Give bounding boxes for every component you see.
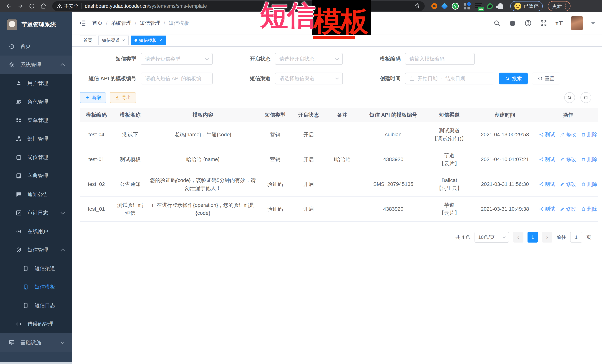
extension-grid-icon[interactable] [463,3,470,10]
sidebar-item-menus[interactable]: 菜单管理 [0,111,72,130]
reset-button[interactable]: 重置 [532,73,560,84]
sidebar-item-roles[interactable]: 角色管理 [0,93,72,111]
browser-menu-icon[interactable] [565,3,566,9]
sidebar-item-sms-log[interactable]: 短信日志 [0,296,72,315]
reload-icon[interactable] [27,1,37,11]
prev-page-button[interactable]: ‹ [513,232,523,242]
edit-link[interactable]: 修改 [560,180,576,188]
extension-green-y-icon[interactable]: y [452,3,459,10]
sidebar-item-dict[interactable]: 字典管理 [0,167,72,185]
tags-view-bar: 首页 短信渠道× 短信模板× [72,34,602,47]
profile-paused-pill[interactable]: 已暂停 [510,1,543,11]
address-bar[interactable]: 不安全 dashboard.yudao.iocoder.cn/system/sm… [52,1,425,11]
extension-list-on-icon[interactable]: on [475,2,483,10]
extensions-puzzle-icon[interactable] [498,4,503,9]
date-range-picker[interactable]: 开始日期 - 结束日期 [405,73,494,84]
page-unit: 页 [586,234,591,240]
app-logo-row[interactable]: 芋道管理系统 [0,12,72,37]
back-icon[interactable] [4,1,14,11]
edit-link[interactable]: 修改 [560,131,576,138]
search-icon[interactable] [493,20,501,27]
home-icon[interactable] [39,1,48,11]
delete-link[interactable]: 删除 [581,180,597,188]
status-select[interactable]: 请选择开启状态 [275,53,343,65]
show-search-toggle-button[interactable] [564,92,575,103]
add-button[interactable]: 新增 [80,92,106,103]
test-link[interactable]: 测试 [539,180,555,188]
fullscreen-icon[interactable] [540,20,547,27]
share-icon [539,132,544,137]
edit-link[interactable]: 修改 [560,205,576,213]
col-template-name: 模板名称 [113,108,147,122]
next-page-button[interactable]: › [542,232,552,242]
sidebar-item-posts[interactable]: 岗位管理 [0,148,72,167]
tab-sms-channel[interactable]: 短信渠道× [98,36,129,45]
breadcrumb-sms[interactable]: 短信管理 [140,20,161,27]
edit-log-icon [16,210,22,216]
sidebar-item-notice[interactable]: 通知公告 [0,185,72,204]
sidebar-item-infrastructure[interactable]: 基础设施 [0,333,72,352]
sidebar-item-audit-log[interactable]: 审计日志 [0,204,72,222]
close-icon[interactable]: × [122,38,125,43]
template-code-input[interactable] [409,56,470,62]
test-link[interactable]: 测试 [539,131,555,138]
trash-icon [581,157,586,162]
github-icon[interactable] [509,20,516,27]
tab-home[interactable]: 首页 [80,36,96,45]
sidebar-fold-icon[interactable] [79,19,87,27]
screen: 不安全 dashboard.yudao.iocoder.cn/system/sm… [0,0,602,364]
sidebar-item-sms[interactable]: 短信管理 [0,241,72,259]
extension-blue-icon[interactable] [441,3,448,10]
sidebar-item-sms-channel[interactable]: 短信渠道 [0,259,72,278]
channel-select[interactable]: 请选择短信渠道 [275,73,343,84]
breadcrumb-system[interactable]: 系统管理 [111,20,131,27]
template-code-field [405,53,475,65]
delete-link[interactable]: 删除 [581,131,597,138]
sidebar-item-departments[interactable]: 部门管理 [0,130,72,148]
badge-icon [16,154,22,160]
search-button[interactable]: 搜索 [499,73,528,84]
help-icon[interactable] [524,20,532,27]
sidebar-item-error-code[interactable]: 错误码管理 [0,315,72,333]
forward-icon[interactable] [16,1,25,11]
test-link[interactable]: 测试 [539,205,555,213]
sidebar-item-sms-template[interactable]: 短信模板 [0,278,72,296]
security-warning[interactable]: 不安全 [57,3,79,10]
user-avatar[interactable] [571,16,583,30]
extension-orange-icon[interactable] [431,3,437,9]
sms-type-select[interactable]: 请选择短信类型 [141,53,213,65]
chevron-down-icon [61,210,65,215]
chrome-update-button[interactable]: 更新 [548,1,570,11]
trash-icon [581,182,586,187]
font-size-icon[interactable]: тT [556,20,563,27]
export-button[interactable]: 导出 [110,92,136,103]
test-link[interactable]: 测试 [539,155,555,163]
goto-page-input[interactable] [570,232,582,242]
extension-sprout-icon[interactable] [487,3,493,9]
chat-bubble-icon [16,191,22,197]
page-1-button[interactable]: 1 [527,232,538,242]
delete-link[interactable]: 删除 [581,155,597,163]
edit-link[interactable]: 修改 [560,155,576,163]
app-title: 芋道管理系统 [22,21,56,29]
page-size-select[interactable]: 10条/页 [474,232,509,243]
end-date-placeholder: 结束日期 [445,75,465,82]
refresh-button[interactable] [580,92,591,103]
avatar-caret-icon[interactable] [591,22,595,24]
profile-emoji-avatar [514,3,521,10]
bookmark-star-icon[interactable] [414,3,420,10]
breadcrumb-home[interactable]: 首页 [92,20,103,27]
share-icon [539,157,544,162]
sidebar-item-home[interactable]: 首页 [0,37,72,56]
sidebar-item-users[interactable]: 用户管理 [0,74,72,93]
close-icon[interactable]: × [159,38,162,43]
trash-icon [581,132,586,137]
delete-link[interactable]: 删除 [581,205,597,213]
tab-sms-template[interactable]: 短信模板× [131,36,166,45]
share-icon [539,182,544,187]
filter-row-1: 短信类型 请选择短信类型 开启状态 请选择开启状态 模板编码 [80,53,595,65]
api-template-id-label: 短信 API 的模板编号 [80,75,141,82]
sidebar-item-online-users[interactable]: 在线用户 [0,222,72,241]
api-template-id-input[interactable] [145,76,208,82]
sidebar-item-system[interactable]: 系统管理 [0,56,72,74]
